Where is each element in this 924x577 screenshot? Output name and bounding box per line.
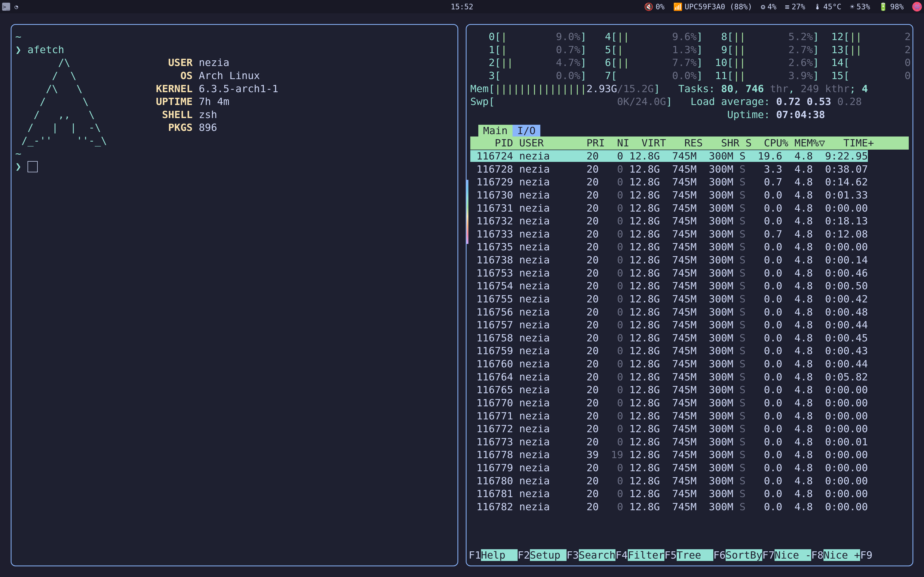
thermometer-icon: 🌡 <box>814 2 821 11</box>
process-row[interactable]: 116770 nezia 20 0 12.8G 745M 300M S 0.0 … <box>470 397 868 409</box>
process-row[interactable]: 116724 nezia 20 0 12.8G 745M 300M S 19.6… <box>470 150 868 162</box>
sun-icon: ☀ <box>850 2 855 11</box>
terminal-pane-right[interactable]: 0[| 9.0%] 4[|| 9.6%] 8[|| 5.2%] 12[|| 2.… <box>466 24 913 566</box>
process-row[interactable]: 116781 nezia 20 0 12.8G 745M 300M S 0.0 … <box>470 488 868 500</box>
prompt-symbol-2: ❯ <box>15 161 21 172</box>
process-row[interactable]: 116731 nezia 20 0 12.8G 745M 300M S 0.0 … <box>470 202 868 214</box>
process-row[interactable]: 116757 nezia 20 0 12.8G 745M 300M S 0.0 … <box>470 319 868 331</box>
process-table[interactable]: 116724 nezia 20 0 12.8G 745M 300M S 19.6… <box>470 150 909 513</box>
wifi-indicator[interactable]: 📶UPC59F3A0 (88%) <box>673 2 752 11</box>
process-row[interactable]: 116765 nezia 20 0 12.8G 745M 300M S 0.0 … <box>470 384 868 396</box>
process-row[interactable]: 116754 nezia 20 0 12.8G 745M 300M S 0.0 … <box>470 280 868 292</box>
process-row[interactable]: 116733 nezia 20 0 12.8G 745M 300M S 0.7 … <box>470 228 868 240</box>
memory-icon: ≡ <box>785 2 790 11</box>
process-row[interactable]: 116780 nezia 20 0 12.8G 745M 300M S 0.0 … <box>470 475 868 487</box>
process-row[interactable]: 116756 nezia 20 0 12.8G 745M 300M S 0.0 … <box>470 306 868 318</box>
process-row[interactable]: 116753 nezia 20 0 12.8G 745M 300M S 0.0 … <box>470 267 868 279</box>
process-row[interactable]: 116758 nezia 20 0 12.8G 745M 300M S 0.0 … <box>470 332 868 344</box>
text-cursor[interactable] <box>27 161 38 172</box>
brightness-tray[interactable]: ☀53% <box>850 2 870 11</box>
process-row[interactable]: 116730 nezia 20 0 12.8G 745M 300M S 0.0 … <box>470 189 868 201</box>
memory-tray[interactable]: ≡27% <box>785 2 805 11</box>
process-row[interactable]: 116778 nezia 39 19 12.8G 745M 300M S 0.0… <box>470 449 868 461</box>
volume-indicator[interactable]: 🔇0% <box>644 2 665 11</box>
scrollbar-indicator[interactable] <box>467 180 468 244</box>
process-row[interactable]: 116728 nezia 20 0 12.8G 745M 300M S 3.3 … <box>470 163 868 175</box>
process-row[interactable]: 116773 nezia 20 0 12.8G 745M 300M S 0.0 … <box>470 436 868 448</box>
top-status-bar: >_ ◔ 15:52 🔇0% 📶UPC59F3A0 (88%) ⚙4% ≡27%… <box>0 0 924 13</box>
volume-muted-icon: 🔇 <box>644 2 653 11</box>
process-row[interactable]: 116738 nezia 20 0 12.8G 745M 300M S 0.0 … <box>470 254 868 266</box>
htop-meters: 0[| 9.0%] 4[|| 9.6%] 8[|| 5.2%] 12[|| 2.… <box>470 30 909 121</box>
process-row[interactable]: 116759 nezia 20 0 12.8G 745M 300M S 0.0 … <box>470 345 868 356</box>
process-row[interactable]: 116782 nezia 20 0 12.8G 745M 300M S 0.0 … <box>470 501 868 513</box>
workspace-dot-icon[interactable]: ◔ <box>12 3 20 11</box>
process-row[interactable]: 116729 nezia 20 0 12.8G 745M 300M S 0.7 … <box>470 176 868 188</box>
discord-tray-icon[interactable]: 👾 <box>912 2 922 11</box>
htop-footer[interactable]: F1Help F2Setup F3SearchF4FilterF5Tree F6… <box>469 549 910 562</box>
prompt-symbol: ❯ <box>15 44 21 56</box>
terminal-icon[interactable]: >_ <box>2 3 10 11</box>
command-text: afetch <box>27 44 64 56</box>
process-table-header[interactable]: PID USER PRI NI VIRT RES SHR S CPU% MEM%… <box>470 137 909 150</box>
process-row[interactable]: 116760 nezia 20 0 12.8G 745M 300M S 0.0 … <box>470 358 868 370</box>
process-row[interactable]: 116755 nezia 20 0 12.8G 745M 300M S 0.0 … <box>470 293 868 305</box>
wifi-icon: 📶 <box>673 2 683 11</box>
process-row[interactable]: 116779 nezia 20 0 12.8G 745M 300M S 0.0 … <box>470 462 868 474</box>
battery-icon: 🔋 <box>879 2 888 11</box>
process-row[interactable]: 116772 nezia 20 0 12.8G 745M 300M S 0.0 … <box>470 423 868 435</box>
tab-main[interactable]: Main <box>478 125 512 137</box>
terminal-output: ~ ❯ afetch /\ USER nezia / \ OS Arch Lin… <box>15 30 454 173</box>
temp-tray[interactable]: 🌡45°C <box>814 2 842 11</box>
process-row[interactable]: 116735 nezia 20 0 12.8G 745M 300M S 0.0 … <box>470 241 868 253</box>
tab-io[interactable]: I/O <box>512 125 541 137</box>
htop-tabs: MainI/O <box>470 125 909 137</box>
process-row[interactable]: 116771 nezia 20 0 12.8G 745M 300M S 0.0 … <box>470 410 868 422</box>
clock: 15:52 <box>451 2 473 11</box>
gear-icon: ⚙ <box>761 2 766 11</box>
terminal-pane-left[interactable]: ~ ❯ afetch /\ USER nezia / \ OS Arch Lin… <box>11 24 458 566</box>
process-row[interactable]: 116764 nezia 20 0 12.8G 745M 300M S 0.0 … <box>470 371 868 383</box>
battery-tray[interactable]: 🔋98% <box>879 2 904 11</box>
process-row[interactable]: 116732 nezia 20 0 12.8G 745M 300M S 0.0 … <box>470 215 868 227</box>
cpu-tray[interactable]: ⚙4% <box>761 2 777 11</box>
